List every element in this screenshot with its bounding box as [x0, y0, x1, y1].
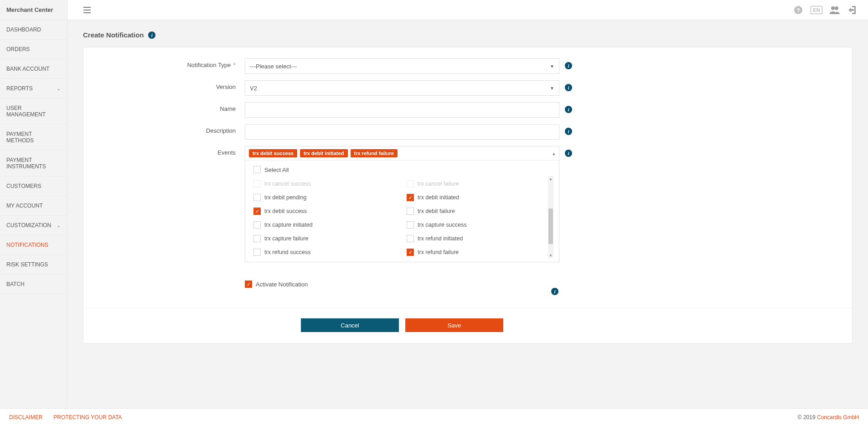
event-option[interactable]: trx debit initiated: [407, 192, 551, 203]
activate-label: Activate Notification: [256, 281, 308, 288]
event-checkbox[interactable]: [407, 221, 414, 229]
event-label: trx cancel failure: [418, 181, 459, 187]
event-checkbox[interactable]: [253, 180, 261, 187]
info-icon[interactable]: i: [565, 62, 572, 69]
notification-type-select[interactable]: ---Please select--- ▼: [245, 58, 559, 74]
scrollbar[interactable]: ▲ ▼: [548, 176, 553, 258]
menu-toggle-icon[interactable]: [80, 3, 94, 17]
event-label: trx debit initiated: [418, 194, 459, 201]
logout-icon[interactable]: [846, 3, 860, 17]
sidebar-item-notifications[interactable]: NOTIFICATIONS: [0, 235, 67, 255]
version-select[interactable]: V2 ▼: [245, 80, 559, 96]
events-multiselect[interactable]: trx debit successtrx debit initiatedtrx …: [245, 146, 559, 262]
chevron-down-icon: ⌄: [57, 86, 61, 92]
select-all-label: Select All: [264, 166, 289, 173]
name-input[interactable]: [245, 102, 559, 118]
company-link[interactable]: Concardis GmbH: [817, 414, 859, 421]
topbar: ? EN: [67, 0, 868, 20]
event-checkbox[interactable]: [253, 208, 261, 215]
sidebar-item-payment-instruments[interactable]: PAYMENT INSTRUMENTS: [0, 151, 67, 177]
event-label: trx debit pending: [264, 194, 306, 201]
event-label: trx cancel success: [264, 181, 311, 187]
sidebar: Merchant Center DASHBOARDORDERSBANK ACCO…: [0, 0, 67, 408]
info-icon[interactable]: i: [565, 106, 572, 113]
chevron-down-icon: ▼: [550, 64, 554, 69]
event-option[interactable]: trx debit pending: [253, 192, 398, 203]
event-label: trx capture success: [418, 222, 467, 228]
event-checkbox[interactable]: [253, 249, 261, 256]
event-option[interactable]: trx debit failure: [407, 205, 551, 217]
form-card: Notification Type * ---Please select--- …: [83, 47, 852, 343]
sidebar-item-orders[interactable]: ORDERS: [0, 40, 67, 59]
copyright-text: © 2019: [798, 414, 817, 421]
info-icon[interactable]: i: [565, 150, 572, 157]
page-title: Create Notification i: [83, 31, 852, 39]
event-checkbox[interactable]: [407, 208, 414, 215]
sidebar-item-payment-methods[interactable]: PAYMENT METHODS: [0, 125, 67, 151]
event-option[interactable]: trx cancel success: [253, 178, 398, 190]
info-icon[interactable]: i: [565, 84, 572, 91]
help-icon[interactable]: ?: [791, 3, 805, 17]
event-label: trx refund initiated: [418, 235, 463, 242]
select-all-checkbox[interactable]: [253, 166, 261, 173]
users-icon[interactable]: [828, 3, 842, 17]
label-events: Events: [94, 146, 245, 160]
sidebar-item-reports[interactable]: REPORTS⌄: [0, 79, 67, 99]
event-tag[interactable]: trx debit initiated: [300, 149, 348, 157]
event-checkbox[interactable]: [407, 235, 414, 242]
svg-point-3: [835, 6, 838, 10]
event-option[interactable]: trx refund failure: [407, 246, 551, 258]
label-version: Version: [94, 80, 245, 94]
event-label: trx debit failure: [418, 208, 455, 214]
event-checkbox[interactable]: [407, 249, 414, 256]
label-notification-type: Notification Type *: [94, 58, 245, 72]
event-checkbox[interactable]: [253, 221, 261, 229]
sidebar-item-risk-settings[interactable]: RISK SETTINGS: [0, 255, 67, 275]
info-icon[interactable]: i: [551, 288, 558, 295]
event-tag[interactable]: trx debit success: [249, 149, 297, 157]
event-option[interactable]: trx cancel failure: [407, 178, 551, 190]
event-option[interactable]: trx capture success: [407, 219, 551, 231]
event-label: trx debit success: [264, 208, 307, 214]
sidebar-item-bank-account[interactable]: BANK ACCOUNT: [0, 59, 67, 79]
event-checkbox[interactable]: [253, 194, 261, 201]
activate-checkbox[interactable]: [245, 281, 252, 288]
event-tag[interactable]: trx refund failure: [351, 149, 398, 157]
cancel-button[interactable]: Cancel: [301, 318, 399, 332]
event-option[interactable]: trx debit success: [253, 205, 398, 217]
sidebar-item-customization[interactable]: CUSTOMIZATION⌄: [0, 216, 67, 235]
footer-link-disclaimer[interactable]: DISCLAIMER: [9, 414, 42, 421]
sidebar-item-user-management[interactable]: USER MANAGEMENT: [0, 99, 67, 125]
nav: DASHBOARDORDERSBANK ACCOUNTREPORTS⌄USER …: [0, 20, 67, 294]
save-button[interactable]: Save: [405, 318, 503, 332]
svg-point-2: [831, 6, 835, 10]
info-icon[interactable]: i: [565, 128, 572, 135]
event-option[interactable]: trx capture failure: [253, 233, 398, 244]
svg-text:?: ?: [796, 7, 800, 14]
info-icon[interactable]: i: [148, 31, 155, 39]
sidebar-item-batch[interactable]: BATCH: [0, 275, 67, 294]
sidebar-item-customers[interactable]: CUSTOMERS: [0, 177, 67, 196]
chevron-up-icon[interactable]: ▴: [553, 151, 555, 156]
label-description: Description: [94, 124, 245, 138]
footer-link-protecting-your-data[interactable]: PROTECTING YOUR DATA: [53, 414, 122, 421]
event-option[interactable]: trx refund initiated: [407, 233, 551, 244]
chevron-down-icon: ⌄: [57, 223, 61, 229]
chevron-down-icon: ▼: [550, 86, 554, 91]
sidebar-item-my-account[interactable]: MY ACCOUNT: [0, 196, 67, 216]
event-option[interactable]: trx capture initiated: [253, 219, 398, 231]
event-option[interactable]: trx refund success: [253, 246, 398, 258]
event-label: trx refund success: [264, 249, 310, 255]
event-checkbox[interactable]: [407, 194, 414, 201]
label-name: Name: [94, 102, 245, 116]
event-label: trx refund failure: [418, 249, 459, 255]
sidebar-item-dashboard[interactable]: DASHBOARD: [0, 20, 67, 40]
description-input[interactable]: [245, 124, 559, 140]
language-selector[interactable]: EN: [810, 3, 823, 17]
footer: DISCLAIMERPROTECTING YOUR DATA © 2019 Co…: [0, 408, 868, 426]
event-checkbox[interactable]: [253, 235, 261, 242]
event-label: trx capture initiated: [264, 222, 313, 228]
event-label: trx capture failure: [264, 235, 309, 242]
brand-title: Merchant Center: [0, 0, 67, 20]
event-checkbox[interactable]: [407, 180, 414, 187]
